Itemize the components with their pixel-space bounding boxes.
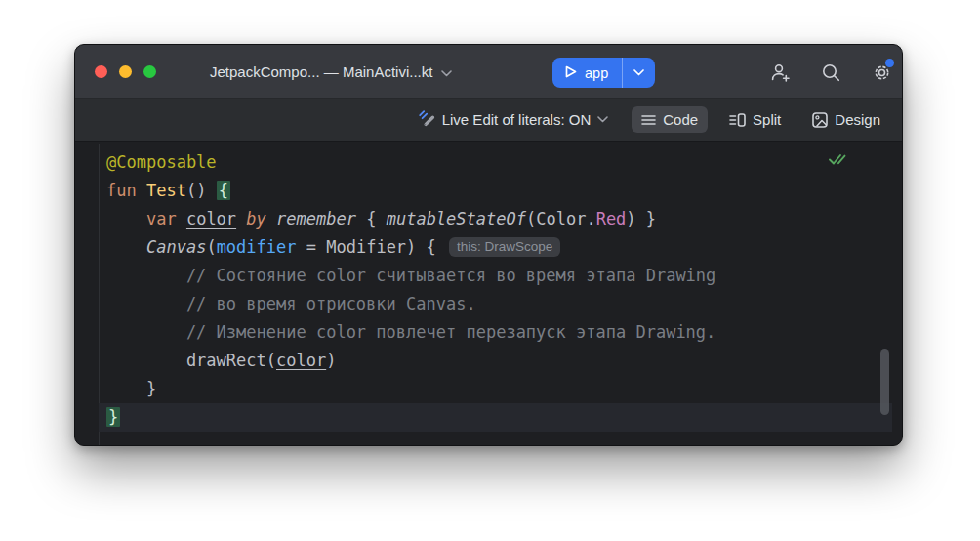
code-token: var (146, 209, 186, 229)
code-token: color (186, 209, 236, 229)
code-token: // во время отрисовки Canvas. (106, 294, 476, 313)
chevron-down-icon (441, 63, 452, 80)
code-line[interactable]: fun Test() { (106, 177, 902, 205)
settings-button[interactable] (870, 61, 893, 84)
code-line[interactable]: // Состояние color считывается во время … (106, 262, 902, 290)
code-line[interactable]: @Composable (106, 148, 902, 177)
search-icon (820, 62, 842, 84)
play-icon (565, 65, 577, 81)
code-token: { (356, 209, 387, 229)
code-token: // Изменение color повлечет перезапуск э… (106, 322, 715, 342)
chevron-down-icon (633, 69, 644, 76)
code-line[interactable]: } (106, 375, 902, 403)
code-line-current[interactable]: } (106, 403, 902, 432)
code-token: mutableStateOf (387, 209, 526, 229)
tab-design-label: Design (835, 111, 880, 128)
code-token: ) } (626, 209, 656, 229)
code-token (106, 209, 146, 229)
editor-scrollbar-thumb[interactable] (880, 349, 889, 415)
tab-design[interactable]: Design (802, 106, 890, 133)
code-token: Test (146, 181, 186, 200)
code-line[interactable]: Canvas(modifier = Modifier) { this: Draw… (106, 233, 902, 262)
code-token: = Modifier) { (297, 237, 447, 257)
code-token: fun (106, 181, 146, 200)
split-view-icon (729, 113, 746, 127)
code-token: modifier (217, 237, 297, 257)
maximize-window-button[interactable] (143, 65, 156, 78)
search-everywhere-button[interactable] (819, 61, 842, 84)
title-bar: JetpackCompo... — MainActivi...kt app (75, 45, 902, 99)
ide-window: JetpackCompo... — MainActivi...kt app (74, 44, 903, 446)
editor-toolbar: Live Edit of literals: ON Code Split (75, 99, 902, 142)
window-controls (95, 65, 156, 78)
code-token: Canvas (146, 237, 206, 257)
code-token: } (106, 379, 156, 398)
code-token: remember (276, 209, 356, 229)
window-title-group[interactable]: JetpackCompo... — MainActivi...kt (210, 45, 452, 99)
code-token: ) (326, 351, 336, 370)
code-token: @Composable (106, 152, 217, 172)
run-config-label: app (585, 65, 608, 81)
code-token: (Color. (526, 209, 596, 229)
code-editor[interactable]: @Composablefun Test() { var color by rem… (75, 144, 902, 445)
live-edit-dropdown[interactable]: Live Edit of literals: ON (418, 109, 609, 130)
desktop-background: JetpackCompo... — MainActivi...kt app (0, 0, 980, 541)
live-edit-label: Live Edit of literals: ON (442, 111, 592, 128)
code-line[interactable]: // во время отрисовки Canvas. (106, 290, 902, 318)
code-token: { (217, 181, 230, 200)
run-config-dropdown-button[interactable] (623, 58, 655, 88)
code-token (266, 209, 276, 229)
code-token (236, 209, 246, 229)
code-token: ( (206, 237, 216, 257)
chevron-down-icon (597, 116, 608, 123)
tab-code[interactable]: Code (632, 106, 708, 133)
code-view-icon (641, 114, 656, 126)
close-window-button[interactable] (95, 65, 107, 78)
minimize-window-button[interactable] (119, 65, 132, 78)
code-token: by (246, 209, 265, 229)
code-token: color (276, 351, 326, 370)
code-line[interactable]: // Изменение color повлечет перезапуск э… (106, 318, 902, 347)
inlay-hint-drawscope: this: DrawScope (449, 237, 560, 257)
code-token: } (106, 407, 120, 427)
live-edit-icon (418, 109, 435, 130)
code-lines: @Composablefun Test() { var color by rem… (106, 148, 902, 432)
code-line[interactable]: drawRect(color) (106, 347, 902, 375)
add-user-button[interactable] (768, 61, 792, 84)
run-button[interactable]: app (552, 58, 622, 88)
tab-split-label: Split (753, 111, 781, 128)
gutter-separator (99, 144, 100, 445)
window-title: JetpackCompo... — MainActivi...kt (210, 63, 432, 80)
tab-split[interactable]: Split (719, 106, 791, 133)
code-token: drawRect( (106, 351, 276, 370)
code-token: Red (596, 209, 627, 229)
inspections-ok-icon[interactable] (828, 148, 847, 177)
code-line[interactable]: var color by remember { mutableStateOf(C… (106, 205, 902, 233)
run-configuration-chip: app (552, 58, 655, 88)
settings-notification-badge (885, 59, 894, 67)
code-token (106, 237, 146, 257)
person-add-icon (769, 62, 792, 84)
design-view-icon (812, 112, 828, 128)
tab-code-label: Code (663, 111, 698, 128)
code-token: () (186, 181, 217, 200)
code-token: // Состояние color считывается во время … (106, 266, 715, 285)
